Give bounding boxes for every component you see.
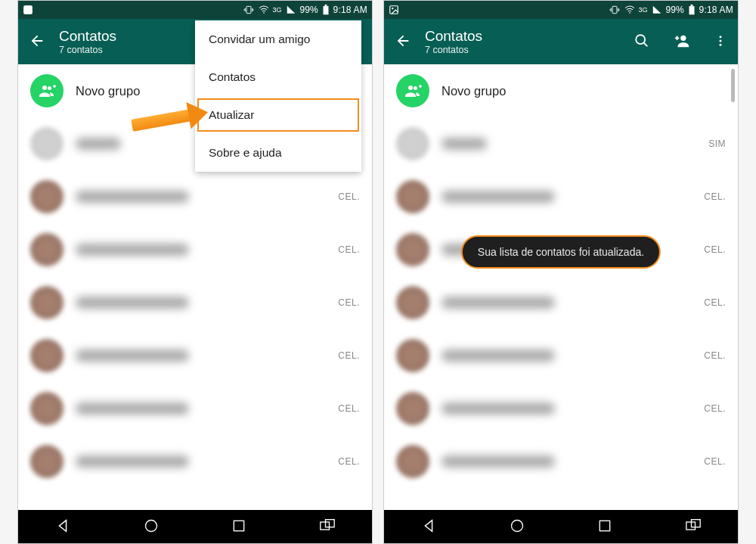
back-button[interactable] [392, 30, 414, 54]
menu-item-contacts[interactable]: Contatos [195, 58, 361, 96]
contact-type-tag: CEL. [338, 456, 360, 467]
contact-name-blurred [442, 297, 555, 309]
svg-rect-0 [24, 6, 33, 14]
contact-row[interactable]: CEL. [18, 276, 372, 329]
contact-name-blurred [76, 350, 189, 362]
clock: 9:18 AM [333, 5, 367, 15]
avatar [396, 339, 429, 372]
svg-point-22 [720, 43, 722, 45]
contact-name-blurred [76, 403, 189, 415]
svg-rect-16 [689, 6, 694, 14]
new-group-icon [396, 74, 429, 107]
contact-type-tag: CEL. [338, 350, 360, 361]
nav-back-button[interactable] [44, 513, 82, 541]
contact-name-blurred [76, 455, 189, 468]
clock: 9:18 AM [699, 5, 733, 15]
contact-row[interactable]: CEL. [384, 382, 738, 435]
nav-dual-window-button[interactable] [308, 514, 346, 540]
phone-screenshot-right: 3G 99% 9:18 AM Contatos 7 contatos [383, 0, 739, 544]
svg-point-15 [629, 12, 631, 14]
svg-point-20 [720, 36, 722, 38]
menu-item-about[interactable]: Sobre e ajuda [195, 134, 361, 172]
nav-home-button[interactable] [133, 514, 169, 540]
svg-point-7 [48, 86, 51, 90]
avatar [396, 180, 429, 213]
overflow-menu: Convidar um amigo Contatos Atualizar Sob… [195, 20, 361, 172]
svg-point-19 [680, 35, 686, 40]
page-subtitle: 7 contatos [59, 45, 116, 55]
menu-item-invite[interactable]: Convidar um amigo [195, 20, 361, 58]
avatar [396, 392, 429, 425]
svg-point-1 [26, 8, 27, 9]
contact-name-blurred [76, 244, 189, 256]
contact-row[interactable]: CEL. [384, 435, 738, 488]
svg-rect-5 [324, 5, 327, 6]
nav-recents-button[interactable] [587, 514, 623, 540]
avatar [396, 445, 429, 478]
page-subtitle: 7 contatos [425, 45, 482, 55]
overflow-button[interactable] [711, 30, 730, 54]
signal-icon [652, 5, 662, 15]
add-contact-button[interactable] [670, 30, 694, 54]
contact-type-tag: CEL. [704, 244, 726, 255]
nav-recents-button[interactable] [221, 514, 257, 540]
search-button[interactable] [631, 30, 653, 54]
page-title: Contatos [59, 28, 116, 45]
avatar [30, 392, 64, 425]
image-icon [389, 5, 399, 15]
image-icon [23, 5, 33, 15]
battery-icon [322, 5, 330, 15]
contact-row[interactable]: CEL. [18, 382, 372, 435]
avatar [30, 339, 64, 372]
new-group-label: Novo grupo [442, 84, 506, 98]
contact-type-tag: SIM [708, 138, 726, 149]
contact-row[interactable]: CEL. [18, 435, 372, 488]
new-group-row[interactable]: Novo grupo [384, 64, 738, 117]
status-bar: 3G 99% 9:18 AM [384, 1, 738, 19]
menu-item-refresh[interactable]: Atualizar [195, 96, 361, 134]
contact-row[interactable]: CEL. [384, 329, 738, 382]
search-icon [634, 33, 650, 49]
contact-row[interactable]: SIM [384, 117, 738, 170]
avatar [30, 180, 64, 213]
status-bar: 3G 99% 9:18 AM [18, 1, 372, 19]
svg-rect-14 [612, 6, 617, 13]
contact-type-tag: CEL. [338, 191, 360, 202]
new-group-icon [30, 74, 64, 107]
svg-point-24 [414, 86, 417, 90]
nav-home-button[interactable] [499, 514, 535, 540]
svg-rect-17 [690, 5, 692, 6]
wifi-icon [624, 5, 635, 15]
contact-name-blurred [76, 191, 189, 203]
network-label: 3G [639, 6, 648, 14]
scrollbar-thumb[interactable] [731, 69, 735, 102]
nav-back-button[interactable] [410, 513, 448, 541]
svg-rect-11 [326, 519, 335, 527]
avatar [30, 445, 64, 478]
svg-point-21 [720, 39, 722, 42]
contact-list[interactable]: Novo grupo SIM CEL. CEL. CEL. CEL. [384, 64, 738, 511]
svg-point-23 [408, 85, 413, 90]
svg-rect-26 [600, 521, 609, 530]
contact-row[interactable]: CEL. [384, 170, 738, 223]
avatar [396, 127, 429, 160]
vibrate-icon [609, 5, 621, 15]
svg-rect-27 [686, 522, 696, 530]
wifi-icon [259, 5, 269, 15]
battery-pct: 99% [300, 5, 318, 15]
contact-row[interactable]: CEL. [18, 223, 372, 276]
avatar [396, 286, 429, 319]
app-bar: Contatos 7 contatos [384, 19, 738, 64]
contact-row[interactable]: CEL. [18, 329, 372, 382]
contact-name-blurred [76, 297, 189, 309]
svg-point-13 [392, 8, 393, 9]
svg-point-18 [636, 35, 645, 44]
contact-name-blurred [442, 191, 555, 203]
contact-row[interactable]: CEL. [384, 276, 738, 329]
avatar [30, 127, 64, 160]
avatar [396, 233, 429, 266]
contact-row[interactable]: CEL. [18, 170, 372, 223]
contact-type-tag: CEL. [704, 191, 726, 202]
back-button[interactable] [26, 30, 48, 54]
nav-dual-window-button[interactable] [674, 514, 712, 540]
